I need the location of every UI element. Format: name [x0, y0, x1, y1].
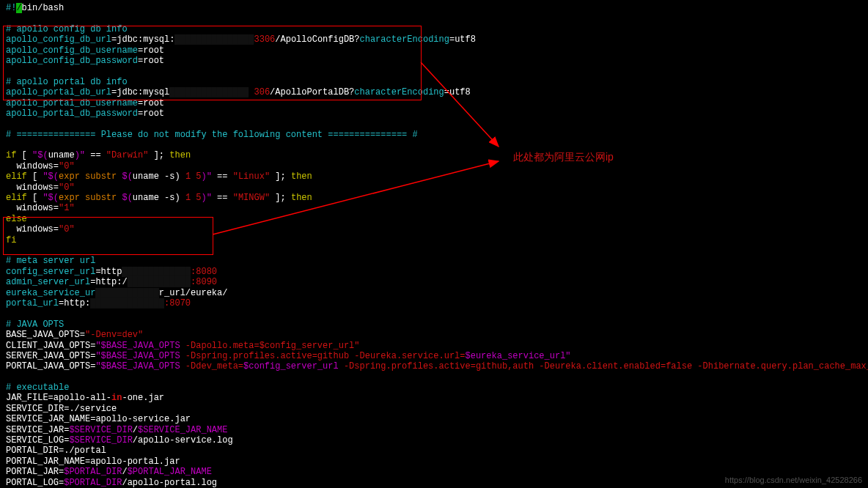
comment-meta: # meta server url: [6, 256, 862, 266]
watermark: https://blog.csdn.net/weixin_42528266: [725, 476, 862, 485]
comment-executable: # executable: [6, 382, 862, 393]
comment-java-opts: # JAVA OPTS: [6, 319, 862, 330]
annotation-text: 此处都为阿里云公网ip: [513, 151, 614, 163]
comment-config-db: # apollo config db info: [6, 24, 862, 34]
terminal-content: #!/bin/bash # apollo config db info apol…: [6, 3, 862, 488]
comment-portal-db: # apollo portal db info: [6, 77, 862, 87]
